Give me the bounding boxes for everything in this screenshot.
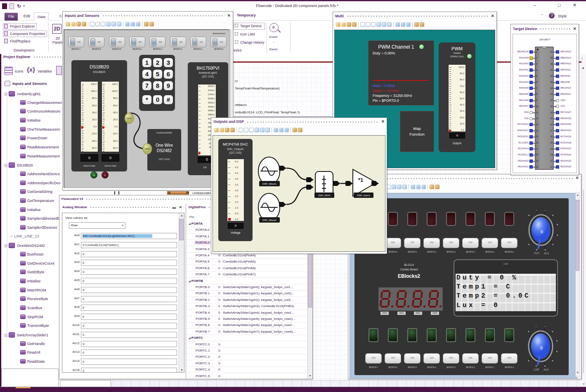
svg-text:POT: POT [534, 252, 539, 255]
svg-text:1Wire: 1Wire [127, 117, 132, 120]
svg-text:An0: An0 [543, 368, 549, 371]
svg-text:DSP_MIX1: DSP_MIX1 [318, 194, 331, 197]
svg-text:DSP_Wave1: DSP_Wave1 [262, 183, 277, 185]
svg-text:*1: *1 [358, 177, 363, 183]
svg-text:DSP_Gain1: DSP_Gain1 [357, 194, 370, 197]
svg-text:LDR: LDR [534, 368, 539, 371]
svg-text:DSP_Wave2: DSP_Wave2 [262, 219, 277, 221]
svg-text:An1: An1 [544, 252, 549, 255]
svg-text:1Wire: 1Wire [145, 148, 150, 150]
